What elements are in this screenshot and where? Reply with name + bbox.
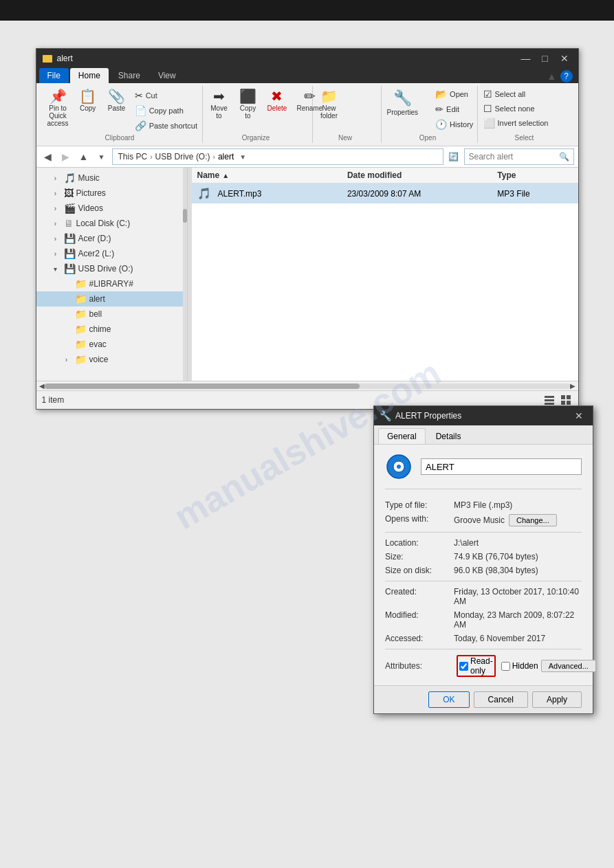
scroll-right-btn[interactable]: ▶ [570,382,575,390]
tree-scrollbar[interactable] [183,168,187,381]
properties-button[interactable]: 🔧 Properties [384,87,421,118]
prop-accessed-label: Accessed: [385,634,454,643]
expand-voice: › [61,356,72,364]
scroll-left-btn[interactable]: ◀ [39,382,45,390]
history-button[interactable]: 🕐 History [432,118,476,131]
delete-button[interactable]: ✖ Delete [263,87,292,114]
copy-button[interactable]: 📋 Copy [74,87,102,114]
recent-locations-button[interactable]: ▼ [94,149,109,164]
tab-view[interactable]: View [150,68,184,83]
organize-group: ➡ Moveto ⬛ Copyto ✖ Delete ✏ Rename [203,86,313,143]
readonly-checkbox-item: Read-only [457,655,496,677]
forward-button[interactable]: ▶ [58,149,74,164]
file-row-alert-mp3[interactable]: 🎵 ALERT.mp3 23/03/2009 8:07 AM MP3 File [192,183,578,203]
large-icons-view-button[interactable] [559,393,573,407]
col-type-header[interactable]: Type [497,170,572,180]
dialog-close-button[interactable]: ✕ [571,410,587,422]
tree-item-acerD[interactable]: › 💾 Acer (D:) [36,231,187,246]
tree-scrollbar-thumb [183,209,187,223]
change-button[interactable]: Change... [509,514,557,526]
copy-to-button[interactable]: ⬛ Copyto [234,87,262,122]
svg-rect-6 [567,401,571,405]
tree-label-alert: alert [89,294,105,304]
prop-sod-label: Size on disk: [385,566,454,575]
tree-item-music[interactable]: › 🎵 Music [36,170,187,186]
edit-button[interactable]: ✏ Edit [432,102,476,116]
sort-icon: ▲ [222,172,229,179]
tree-item-chime[interactable]: 📁 chime [36,322,187,337]
tree-item-videos[interactable]: › 🎬 Videos [36,201,187,216]
tree-label-localDisk: Local Disk (C:) [76,219,131,228]
cut-button[interactable]: ✂ Cut [132,89,200,102]
prop-created: Created: Friday, 13 October 2017, 10:10:… [385,587,582,606]
tree-item-bell[interactable]: 📁 bell [36,307,187,322]
apply-button[interactable]: Apply [532,691,582,708]
ribbon-help-icon[interactable]: ? [560,70,573,82]
tree-item-acer2L[interactable]: › 💾 Acer2 (L:) [36,246,187,261]
pin-quick-access-button[interactable]: 📌 Pin to Quick access [43,87,73,129]
delete-icon: ✖ [271,89,283,103]
expand-usbDrive: ▾ [50,265,61,273]
tree-item-voice[interactable]: › 📁 voice [36,352,187,367]
dialog-title-controls: ✕ [571,410,587,422]
horizontal-scrollbar[interactable]: ◀ ▶ [36,381,578,390]
tree-item-alert[interactable]: 📁 alert [36,291,187,307]
prop-size-value: 74.9 KB (76,704 bytes) [454,552,582,561]
organize-label: Organize [206,134,307,142]
copy-path-button[interactable]: 📄 Copy path [132,104,200,118]
tab-general[interactable]: General [378,428,426,444]
refresh-button[interactable]: 🔄 [446,149,461,164]
tree-item-pictures[interactable]: › 🖼 Pictures [36,186,187,201]
tab-home[interactable]: Home [70,68,109,83]
ribbon-body: 📌 Pin to Quick access 📋 Copy 📎 Paste [36,83,578,146]
up-button[interactable]: ▲ [76,149,91,164]
tree-item-usbDrive[interactable]: ▾ 💾 USB Drive (O:) [36,261,187,276]
nav-tree: › 🎵 Music › 🖼 Pictures › 🎬 Videos › 🖥 [36,168,188,381]
paste-button[interactable]: 📎 Paste [103,87,131,114]
acerD-icon: 💾 [64,233,76,244]
path-part-usbdrive: USB Drive (O:) [155,152,210,162]
advanced-button[interactable]: Advanced... [541,660,596,672]
tree-item-evac[interactable]: 📁 evac [36,337,187,352]
ribbon-up-icon[interactable]: ▲ [545,69,559,83]
tree-item-library[interactable]: 📁 #LIBRARY# [36,276,187,291]
select-all-button[interactable]: ☑ Select all [481,87,551,101]
invert-selection-button[interactable]: ⬜ Invert selection [481,116,551,130]
new-folder-button[interactable]: 📁 Newfolder [316,87,343,122]
readonly-checkbox[interactable] [459,662,468,671]
tree-item-localDisk[interactable]: › 🖥 Local Disk (C:) [36,216,187,231]
divider-3 [385,649,582,649]
ok-button[interactable]: OK [428,691,469,708]
tab-share[interactable]: Share [110,68,149,83]
tab-file[interactable]: File [39,68,69,83]
select-none-button[interactable]: ☐ Select none [481,102,551,115]
select-all-icon: ☑ [483,89,492,100]
file-name-input[interactable] [421,458,582,475]
address-path[interactable]: This PC › USB Drive (O:) › alert ▼ [112,148,443,165]
divider-1 [385,532,582,533]
file-name-text: ALERT.mp3 [218,189,262,199]
hidden-checkbox[interactable] [501,662,510,671]
tab-details[interactable]: Details [427,428,470,444]
move-to-button[interactable]: ➡ Moveto [206,87,233,122]
cancel-button[interactable]: Cancel [474,691,528,708]
col-date-header[interactable]: Date modified [347,170,497,180]
paste-shortcut-button[interactable]: 🔗 Paste shortcut [132,119,200,133]
search-icon: 🔍 [559,152,569,162]
close-button[interactable]: ✕ [556,52,573,65]
prop-accessed: Accessed: Today, 6 November 2017 [385,634,582,643]
col-name-header[interactable]: Name ▲ [197,170,347,180]
svg-rect-4 [567,395,571,399]
details-view-button[interactable] [542,393,556,407]
back-button[interactable]: ◀ [41,149,56,164]
history-icon: 🕐 [435,119,447,130]
path-sep-2: › [213,153,215,161]
prop-opens-inline: Groove Music Change... [454,514,557,526]
prop-location-label: Location: [385,538,454,548]
open-button[interactable]: 📂 Open [432,87,476,101]
open-label: Open [384,134,472,142]
minimize-button[interactable]: — [518,52,534,65]
attr-label: Attributes: [385,661,454,671]
maximize-button[interactable]: □ [537,52,553,65]
search-input[interactable] [469,152,556,162]
